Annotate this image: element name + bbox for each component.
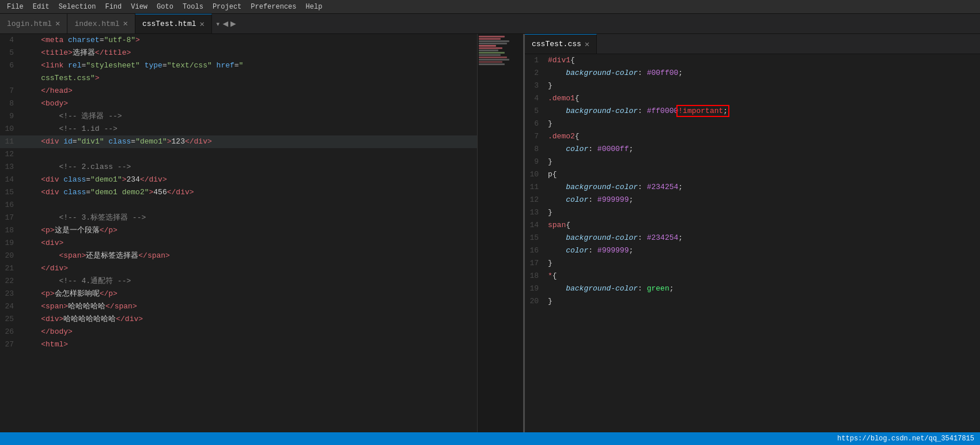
tab-close-css-icon[interactable]: ✕ xyxy=(585,40,589,48)
menu-tools[interactable]: Tools xyxy=(178,0,208,13)
tab-login-html[interactable]: login.html ✕ xyxy=(0,14,67,33)
line-num-9: 9 xyxy=(0,110,23,123)
line-content-16 xyxy=(23,199,477,212)
css-line-content-3: } xyxy=(548,80,980,92)
line-24: 24 <span>哈哈哈哈哈</span> xyxy=(0,300,477,313)
line-22: 22 <!-- 4.通配符 --> xyxy=(0,275,477,288)
tab-index-html[interactable]: index.html ✕ xyxy=(67,14,135,33)
line-content-6b: cssTest.css"> xyxy=(23,72,477,85)
tab-nav-arrows: ▾ ◀ ▶ xyxy=(212,18,240,29)
css-line-content-4: .demo1{ xyxy=(548,92,980,105)
css-line-content-10: p{ xyxy=(548,168,980,181)
css-line-15: 15 background-color: #234254; xyxy=(525,232,980,244)
css-line-num-20: 20 xyxy=(525,295,548,308)
menu-goto[interactable]: Goto xyxy=(152,0,178,13)
css-line-num-13: 13 xyxy=(525,206,548,219)
editor-area: 4 <meta charset="utf-8"> 5 <title>选择器</t… xyxy=(0,34,980,445)
line-content-13: <!-- 2.class --> xyxy=(23,161,477,174)
css-line-content-18: *{ xyxy=(548,270,980,282)
line-num-6: 6 xyxy=(0,59,23,72)
menu-help[interactable]: Help xyxy=(301,0,327,13)
tab-bar-left: login.html ✕ index.html ✕ cssTest.html ✕… xyxy=(0,14,980,34)
css-line-num-10: 10 xyxy=(525,168,548,181)
tab-close-icon[interactable]: ✕ xyxy=(200,20,205,28)
line-content-7: </head> xyxy=(23,85,477,97)
menu-find[interactable]: Find xyxy=(100,0,126,13)
line-content-25: <div>哈哈哈哈哈哈哈</div> xyxy=(23,313,477,326)
tab-csstest-css[interactable]: cssTest.css ✕ xyxy=(525,34,597,54)
line-content-4: <meta charset="utf-8"> xyxy=(23,34,477,47)
line-content-26: </body> xyxy=(23,326,477,338)
tab-label: cssTest.css xyxy=(532,40,581,48)
line-num-18: 18 xyxy=(0,224,23,237)
line-20: 20 <span>还是标签选择器</span> xyxy=(0,250,477,262)
line-11: 11 <div id="div1" class="demo1">123</div… xyxy=(0,135,477,148)
line-num-19: 19 xyxy=(0,237,23,250)
line-content-19: <div> xyxy=(23,237,477,250)
line-num-4: 4 xyxy=(0,34,23,47)
css-line-4: 4 .demo1{ xyxy=(525,92,980,105)
line-14: 14 <div class="demo1">234</div> xyxy=(0,174,477,186)
line-content-23: <p>会怎样影响呢</p> xyxy=(23,288,477,300)
line-16: 16 xyxy=(0,199,477,212)
line-content-17: <!-- 3.标签选择器 --> xyxy=(23,212,477,224)
pane-html: 4 <meta charset="utf-8"> 5 <title>选择器</t… xyxy=(0,34,525,445)
css-line-19: 19 background-color: green; xyxy=(525,282,980,295)
menu-view[interactable]: View xyxy=(126,0,152,13)
tab-close-icon[interactable]: ✕ xyxy=(55,20,60,28)
line-num-7: 7 xyxy=(0,85,23,97)
menu-preferences[interactable]: Preferences xyxy=(246,0,301,13)
css-line-content-11: background-color: #234254; xyxy=(548,181,980,194)
line-num-13: 13 xyxy=(0,161,23,174)
css-code: 1 #div1{ 2 background-color: #00ff00; 3 … xyxy=(525,54,980,445)
css-line-num-9: 9 xyxy=(525,156,548,168)
line-17: 17 <!-- 3.标签选择器 --> xyxy=(0,212,477,224)
css-line-16: 16 color: #999999; xyxy=(525,244,980,257)
css-line-num-19: 19 xyxy=(525,282,548,295)
line-content-15: <div class="demo1 demo2">456</div> xyxy=(23,186,477,199)
css-line-content-8: color: #0000ff; xyxy=(548,143,980,156)
line-content-9: <!-- 选择器 --> xyxy=(23,110,477,123)
line-content-27: <html> xyxy=(23,338,477,351)
menu-file[interactable]: File xyxy=(2,0,28,13)
line-num-24: 24 xyxy=(0,300,23,313)
line-content-20: <span>还是标签选择器</span> xyxy=(23,250,477,262)
css-line-num-8: 8 xyxy=(525,143,548,156)
html-code: 4 <meta charset="utf-8"> 5 <title>选择器</t… xyxy=(0,34,523,445)
line-content-11: <div id="div1" class="demo1">123</div> xyxy=(23,135,477,148)
tab-bar-right: cssTest.css ✕ xyxy=(525,34,980,54)
line-num-14: 14 xyxy=(0,174,23,186)
css-line-content-9: } xyxy=(548,156,980,168)
status-bar: https://blog.csdn.net/qq_35417815 xyxy=(0,432,980,445)
tab-csstest-html[interactable]: cssTest.html ✕ xyxy=(135,14,212,33)
line-content-24: <span>哈哈哈哈哈</span> xyxy=(23,300,477,313)
css-line-9: 9 } xyxy=(525,156,980,168)
next-tab-icon[interactable]: ▶ xyxy=(230,18,236,29)
menu-selection[interactable]: Selection xyxy=(54,0,101,13)
line-10: 10 <!-- 1.id --> xyxy=(0,123,477,135)
css-line-num-14: 14 xyxy=(525,219,548,232)
line-21: 21 </div> xyxy=(0,262,477,275)
css-line-num-11: 11 xyxy=(525,181,548,194)
line-num-26: 26 xyxy=(0,326,23,338)
line-13: 13 <!-- 2.class --> xyxy=(0,161,477,174)
tab-close-icon[interactable]: ✕ xyxy=(123,20,127,28)
css-line-content-20: } xyxy=(548,295,980,308)
line-content-18: <p>这是一个段落</p> xyxy=(23,224,477,237)
line-content-6: <link rel="stylesheet" type="text/css" h… xyxy=(23,59,477,72)
menu-project[interactable]: Project xyxy=(208,0,246,13)
line-12: 12 xyxy=(0,148,477,161)
css-line-content-15: background-color: #234254; xyxy=(548,232,980,244)
prev-tab-icon[interactable]: ◀ xyxy=(222,18,228,29)
line-num-16: 16 xyxy=(0,199,23,212)
css-line-content-5: background-color: #ff0000!important; xyxy=(548,105,980,118)
css-line-content-19: background-color: green; xyxy=(548,282,980,295)
menu-edit[interactable]: Edit xyxy=(28,0,54,13)
line-content-21: </div> xyxy=(23,262,477,275)
tab-overflow-icon[interactable]: ▾ xyxy=(215,19,220,29)
css-line-content-12: color: #999999; xyxy=(548,194,980,206)
css-line-3: 3 } xyxy=(525,80,980,92)
line-25: 25 <div>哈哈哈哈哈哈哈</div> xyxy=(0,313,477,326)
css-line-num-18: 18 xyxy=(525,270,548,282)
line-23: 23 <p>会怎样影响呢</p> xyxy=(0,288,477,300)
